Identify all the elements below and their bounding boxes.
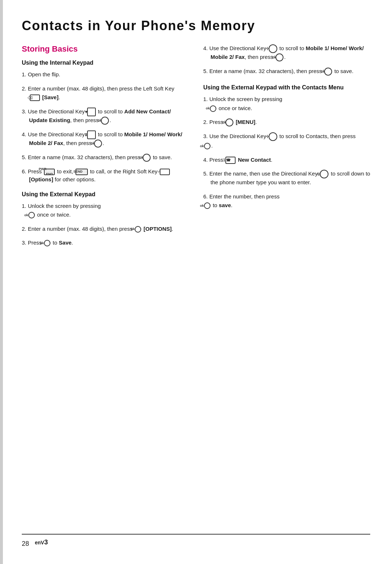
page-title: Contacts in Your Phone's Memory <box>22 18 370 33</box>
subsection-external-contacts-menu: Using the External Keypad with the Conta… <box>203 84 370 91</box>
send-key-icon: SEND <box>75 169 88 175</box>
item-number: 5. <box>203 170 208 177</box>
item-number: 4. <box>203 157 208 163</box>
list-item: 4. Use the Directional Key ✛ to scroll t… <box>203 44 370 61</box>
ok-button-icon: ok <box>135 226 141 233</box>
ok-button-icon: ok <box>143 154 151 162</box>
directional-key-circle-icon: ✛ <box>269 44 277 53</box>
item-number: 5. <box>203 68 208 74</box>
ok-button-icon: ok <box>101 117 109 125</box>
item-number: 4. <box>22 131 26 137</box>
list-item: 1. Unlock the screen by pressing ok once… <box>22 202 189 219</box>
left-accent-bar <box>0 0 3 564</box>
item-number: 6. <box>22 168 26 174</box>
footer-page-number: 28 <box>22 540 29 548</box>
item-number: 2. <box>22 85 26 92</box>
list-item: 1. Open the flip. <box>22 70 189 79</box>
left-column: Storing Basics Using the Internal Keypad… <box>22 44 189 253</box>
right-column: 4. Use the Directional Key ✛ to scroll t… <box>203 44 370 253</box>
subsection-internal-keypad: Using the Internal Keypad <box>22 60 189 66</box>
list-item: 6. Enter the number, then press ok to sa… <box>203 193 370 210</box>
subsection-external-keypad: Using the External Keypad <box>22 191 189 198</box>
item-number: 4. <box>203 45 208 51</box>
item-number: 3. <box>22 108 26 114</box>
save-soft-key-icon: ⌫ <box>30 94 40 101</box>
bold-text: save <box>219 202 231 208</box>
list-item: 3. Use the Directional Key ▼ to scroll t… <box>22 108 189 125</box>
ok-button-icon: ok <box>204 143 211 149</box>
footer-brand: enV3 <box>35 538 48 549</box>
bold-text: New Contact <box>238 157 271 163</box>
list-item: 3. Press ok to Save. <box>22 239 189 247</box>
bold-text: Mobile 1/ Home/ Work/ Mobile 2/ Fax <box>29 131 182 146</box>
list-item: 4. Press 1 ☎ New Contact. <box>203 156 370 164</box>
list-item: 4. Use the Directional Key ⬍ to scroll t… <box>22 130 189 148</box>
ok-button-icon: ok <box>210 105 216 112</box>
item-number: 1. <box>22 203 26 209</box>
ok-button-icon: ok <box>44 240 50 246</box>
ok-button-icon: ok <box>28 212 35 218</box>
options-soft-key-icon: ⏎ <box>160 169 170 175</box>
list-item: 5. Enter a name (max. 32 characters), th… <box>203 67 370 76</box>
ok-button-icon: ok <box>324 68 332 76</box>
item-number: 1. <box>203 96 208 102</box>
list-item: 2. Enter a number (max. 48 digits), then… <box>22 85 189 102</box>
end-key-icon: PWREND <box>44 169 55 175</box>
list-item: 5. Enter a name (max. 32 characters), th… <box>22 153 189 162</box>
item-number: 1. <box>22 71 26 77</box>
ok-button-icon: ok <box>204 202 211 209</box>
save-label: [Save] <box>42 94 58 100</box>
bold-text: [MENU] <box>236 119 255 125</box>
list-item: 2. Enter a number (max. 48 digits), then… <box>22 225 189 233</box>
directional-key-updown-icon: ⬍ <box>87 130 96 139</box>
item-number: 2. <box>22 226 26 232</box>
item-number: 3. <box>22 239 26 246</box>
item-number: 5. <box>22 154 26 160</box>
ok-button-icon: ok <box>225 118 233 126</box>
list-item: 5. Enter the name, then use the Directio… <box>203 170 370 187</box>
directional-key-down-icon: ▼ <box>87 108 96 116</box>
list-item: 3. Use the Directional Key ✛ to scroll t… <box>203 132 370 150</box>
bold-text: Mobile 1/ Home/ Work/ Mobile 2/ Fax <box>211 45 364 60</box>
list-item: 6. Press PWREND to exit, SEND to call, o… <box>22 168 189 184</box>
directional-key-circle-icon: ✛ <box>269 132 277 141</box>
item-number: 2. <box>203 119 208 125</box>
key-1abc-icon: 1 ☎ <box>225 157 236 164</box>
list-item: 1. Unlock the screen by pressing ok once… <box>203 95 370 112</box>
bold-text: [Options] <box>29 176 53 182</box>
list-item: 2. Press ok [MENU]. <box>203 118 370 126</box>
directional-key-circle-icon: ⊕ <box>320 170 328 178</box>
ok-button-icon: ok <box>94 140 102 148</box>
ok-button-icon: ok <box>275 53 283 61</box>
bold-text: [OPTIONS] <box>144 226 172 232</box>
footer-bar: 28 enV3 <box>22 534 370 549</box>
item-number: 3. <box>203 133 208 139</box>
item-number: 6. <box>203 193 208 200</box>
bold-text: Save <box>59 239 72 246</box>
section-title: Storing Basics <box>22 44 189 54</box>
